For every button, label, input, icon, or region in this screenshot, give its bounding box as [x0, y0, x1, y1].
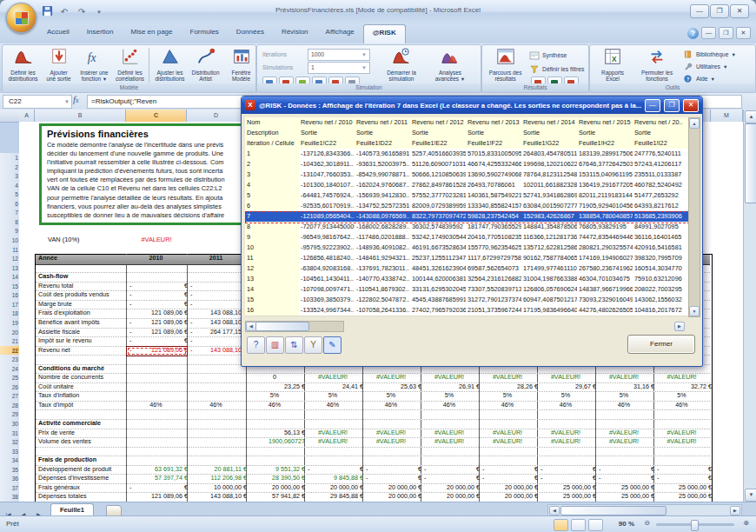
dialog-close-button[interactable]: ✕: [683, 99, 699, 112]
cell-E38[interactable]: 57 941,82 €: [247, 492, 308, 502]
ribbon-item-synthese[interactable]: Synthèse: [529, 49, 567, 62]
ribbon-button-ajuster-les-distributions[interactable]: Ajuster lesdistributions ▼: [152, 46, 188, 83]
cell-B12[interactable]: Année: [36, 254, 130, 263]
cell-C35[interactable]: 63 691,32 €: [127, 465, 190, 475]
column-header-M[interactable]: M: [711, 110, 743, 123]
cell-E28[interactable]: 46%: [247, 401, 302, 410]
cell-B21[interactable]: Impôt sur le revenu: [36, 336, 130, 346]
cell-B28[interactable]: Taux d'impôt: [36, 401, 130, 410]
sheet-tab-feuille1[interactable]: Feuille1: [50, 503, 94, 516]
select-all-corner[interactable]: [0, 110, 20, 123]
name-box-dropdown-icon[interactable]: ▼: [64, 96, 70, 108]
cell-E26[interactable]: 23,25 €: [247, 382, 308, 392]
column-header-C[interactable]: C: [126, 110, 187, 123]
cell-L27[interactable]: 5%: [654, 391, 709, 401]
cell-G36[interactable]: -€: [363, 474, 424, 483]
cell-B38[interactable]: Dépenses totales: [36, 492, 130, 502]
cell-F26[interactable]: 24,41 €: [305, 382, 366, 392]
dialog-tool-filter-icon[interactable]: Y: [304, 336, 322, 354]
cell-E31[interactable]: 56,13 €: [247, 429, 308, 438]
cell-G25[interactable]: #VALEUR!: [363, 373, 419, 382]
ribbon-item-definir-les-filtres[interactable]: Définir les filtres: [529, 63, 584, 76]
ribbon-tab-revision[interactable]: Révision: [273, 24, 317, 43]
cell-C12[interactable]: 2010: [127, 254, 185, 263]
zoom-in-button[interactable]: ⊕: [743, 519, 749, 527]
cell-B27[interactable]: Taux d'inflation: [36, 391, 130, 401]
cell-I26[interactable]: 28,26 €: [480, 382, 540, 392]
cell-I27[interactable]: 5%: [480, 391, 535, 401]
cell-L26[interactable]: 32,72 €: [654, 382, 714, 392]
cell-J32[interactable]: #VALEUR!: [538, 437, 594, 447]
cell-G31[interactable]: #VALEUR!: [363, 429, 419, 438]
cell-C36[interactable]: 57 397,74 €: [127, 474, 190, 483]
ribbon-item-bibliotheque[interactable]: Bibliothèque▼: [683, 48, 736, 61]
ribbon-tab-mise-en-page[interactable]: Mise en page: [122, 24, 181, 43]
cell-J37[interactable]: 25 000,00 €: [538, 483, 599, 493]
cell-I31[interactable]: #VALEUR!: [480, 429, 535, 438]
cell-B14[interactable]: Cash-flow: [36, 272, 130, 282]
cell-K35[interactable]: -€: [596, 465, 657, 475]
zoom-out-button[interactable]: ⊖: [644, 519, 650, 527]
hscroll-thumb[interactable]: [560, 506, 666, 515]
cell-J25[interactable]: #VALEUR!: [538, 373, 594, 382]
cell-B31[interactable]: Prix de vente: [36, 429, 130, 438]
column-header-B[interactable]: B: [35, 110, 126, 123]
cell-B24[interactable]: Conditions du marché: [36, 364, 130, 374]
cell-C17[interactable]: -€: [127, 300, 190, 309]
cell-F38[interactable]: 29 845,88 €: [305, 492, 366, 502]
cell-D37[interactable]: 10 000,00 €: [188, 483, 249, 493]
cell-I32[interactable]: #VALEUR!: [480, 437, 535, 447]
cell-D35[interactable]: 20 881,11 €: [188, 465, 249, 475]
cell-G35[interactable]: -€: [363, 465, 424, 475]
cell-K25[interactable]: #VALEUR!: [596, 373, 652, 382]
cell-E27[interactable]: 5%: [247, 391, 302, 401]
column-header-D[interactable]: D: [187, 110, 246, 123]
cell-F31[interactable]: #VALEUR!: [305, 429, 361, 438]
cell-H26[interactable]: 26,91 €: [421, 382, 482, 392]
dialog-hscroll-thumb[interactable]: [255, 322, 309, 331]
cell-H27[interactable]: 5%: [421, 391, 477, 401]
cell-J27[interactable]: 5%: [538, 391, 594, 401]
page-break-view-button[interactable]: [588, 519, 603, 531]
ribbon-button-definir-les-distributions[interactable]: Définir lesdistributions: [5, 46, 41, 83]
cell-C18[interactable]: 121 089,06 €: [127, 309, 190, 318]
cell-G37[interactable]: 20 000,00 €: [363, 483, 424, 493]
fermer-button[interactable]: Fermer: [627, 335, 695, 354]
office-button[interactable]: [6, 3, 36, 33]
field-input-iterations[interactable]: 1000▼: [308, 49, 370, 61]
cell-G27[interactable]: 5%: [363, 391, 419, 401]
cell-C21[interactable]: -€: [127, 336, 190, 346]
dialog-title-bar[interactable]: X @RISK - Données : Affichage de l'itéra…: [242, 96, 702, 114]
cell-G26[interactable]: 25,63 €: [363, 382, 424, 392]
ribbon-item-utilitaires[interactable]: Utilitaires▼: [683, 60, 727, 73]
cell-K38[interactable]: 25 000,00 €: [596, 492, 657, 502]
zoom-slider[interactable]: [656, 523, 734, 526]
workbook-minimize-button[interactable]: —: [701, 27, 716, 39]
cell-G32[interactable]: #VALEUR!: [363, 437, 419, 447]
ribbon-tab-affichage[interactable]: Affichage: [317, 24, 363, 43]
ribbon-tab-donnees[interactable]: Données: [228, 24, 273, 43]
ribbon-tab-accueil[interactable]: Accueil: [38, 24, 78, 43]
horizontal-scrollbar[interactable]: ◀ ▶: [547, 504, 742, 516]
dialog-tool-graph-icon[interactable]: ▥: [266, 336, 284, 354]
cell-E37[interactable]: 20 000,00 €: [247, 483, 308, 493]
ribbon-button-rapports-excel[interactable]: X RapportsExcel: [594, 46, 632, 83]
cell-I38[interactable]: 20 000,00 €: [480, 492, 540, 502]
ribbon-tab-insertion[interactable]: Insertion: [78, 24, 123, 43]
cell-C19[interactable]: -121 089,06 €: [127, 318, 190, 328]
cell-J26[interactable]: 29,67 €: [538, 382, 599, 392]
scroll-up-button[interactable]: ▲: [745, 110, 756, 123]
dialog-value-cell[interactable]: 104816,2017672: [633, 305, 693, 316]
cell-K32[interactable]: #VALEUR!: [596, 437, 652, 447]
cell-I25[interactable]: #VALEUR!: [480, 373, 535, 382]
cell-C28[interactable]: 46%: [127, 401, 185, 410]
hscroll-right[interactable]: ▶: [730, 506, 740, 515]
cell-J31[interactable]: #VALEUR!: [538, 429, 594, 438]
name-box[interactable]: C22▼: [3, 95, 72, 109]
ribbon-button-parcours-des-resultats[interactable]: Parcours desrésultats: [485, 46, 526, 83]
cell-F28[interactable]: 46%: [305, 401, 361, 410]
cell-B30[interactable]: Activité commerciale: [36, 419, 130, 429]
help-icon[interactable]: ?: [687, 28, 699, 39]
workbook-close-button[interactable]: ✕: [736, 27, 751, 39]
cell-I28[interactable]: 46%: [480, 401, 535, 410]
